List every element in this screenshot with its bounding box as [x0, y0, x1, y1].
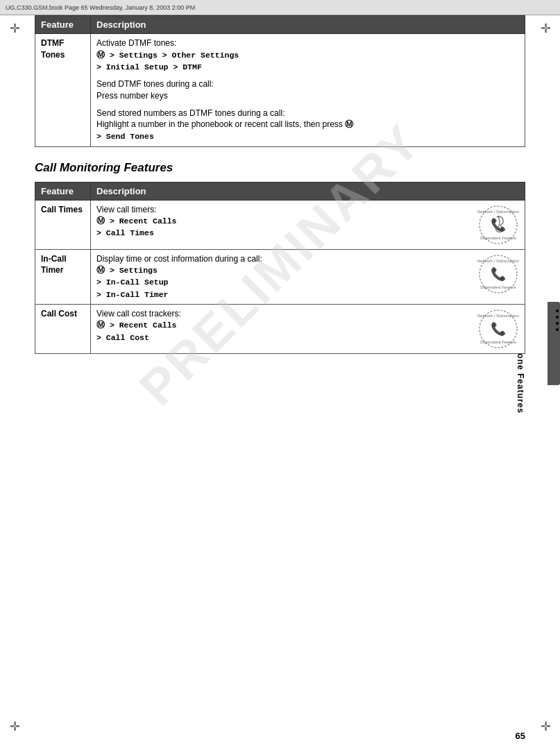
in-call-timer-feature: In-CallTimer [35, 249, 91, 304]
call-cost-description: View call cost trackers: Ⓜ > Recent Call… [91, 304, 525, 353]
call-cost-mono: Ⓜ > Recent Calls> Call Cost [96, 321, 177, 341]
dtmf-mono-3: > Send Tones [96, 132, 154, 141]
page-number: 65 [516, 731, 525, 741]
reg-mark-bl: ✛ [7, 719, 22, 734]
svg-text:📞: 📞 [491, 321, 507, 337]
dtmf-row: DTMFTones Activate DTMF tones: Ⓜ > Setti… [35, 34, 525, 147]
network-icon-call-times: Network / Subscription Dependent Feature… [477, 204, 519, 246]
in-call-timer-label: Display time or cost information during … [96, 254, 262, 264]
call-times-text: View call timers: Ⓜ > Recent Calls> Call… [96, 204, 477, 239]
dot-1 [556, 309, 559, 312]
in-call-timer-description: Display time or cost information during … [91, 249, 525, 304]
network-icon-in-call: Network / Subscription Dependent Feature… [477, 253, 519, 295]
svg-text:📞: 📞 [491, 266, 507, 282]
right-tab-dots [556, 309, 559, 331]
call-cost-feature: Call Cost [35, 304, 91, 353]
in-call-timer-mono: Ⓜ > Settings> In-Call Setup> In-Call Tim… [96, 266, 169, 298]
dtmf-mono-1: Ⓜ > Settings > Other Settings> Initial S… [96, 51, 239, 71]
cm-col2-header: Description [91, 182, 525, 200]
reg-mark-br: ✛ [538, 719, 553, 734]
svg-text:Dependent Feature: Dependent Feature [480, 285, 516, 289]
dtmf-col1-header: Feature [35, 16, 91, 34]
in-call-timer-row: In-CallTimer Display time or cost inform… [35, 249, 525, 304]
reg-mark-tl: ✛ [7, 21, 22, 36]
in-call-timer-text: Display time or cost information during … [96, 253, 477, 300]
call-times-content: View call timers: Ⓜ > Recent Calls> Call… [96, 204, 519, 246]
dot-3 [556, 322, 559, 325]
call-times-row: Call Times View call timers: Ⓜ > Recent … [35, 200, 525, 249]
dtmf-mono-2: Ⓜ [345, 120, 353, 129]
dtmf-col2-header: Description [91, 16, 525, 34]
svg-text:Dependent Feature: Dependent Feature [480, 340, 516, 344]
dtmf-desc-3: Send stored numbers as DTMF tones during… [96, 108, 519, 143]
dot-4 [556, 328, 559, 331]
dtmf-description: Activate DTMF tones: Ⓜ > Settings > Othe… [91, 34, 525, 147]
call-times-description: View call timers: Ⓜ > Recent Calls> Call… [91, 200, 525, 249]
svg-text:📞: 📞 [491, 217, 507, 232]
dtmf-feature-name: DTMFTones [35, 34, 91, 147]
header-text: UG.C330.GSM.book Page 65 Wednesday, Janu… [6, 4, 195, 11]
network-icon-call-cost: Network / Subscription Dependent Feature… [477, 308, 519, 350]
reg-mark-tr: ✛ [538, 21, 553, 36]
call-monitoring-table: Feature Description Call Times View call… [35, 182, 525, 354]
svg-text:Network / Subscription: Network / Subscription [477, 259, 519, 263]
call-cost-row: Call Cost View call cost trackers: Ⓜ > R… [35, 304, 525, 353]
dtmf-table: Feature Description DTMFTones Activate D… [35, 15, 525, 147]
svg-text:Dependent Feature: Dependent Feature [480, 236, 516, 240]
section-heading: Call Monitoring Features [35, 161, 525, 175]
header-bar: UG.C330.GSM.book Page 65 Wednesday, Janu… [0, 0, 560, 15]
svg-text:Network / Subscription: Network / Subscription [477, 210, 519, 214]
dtmf-desc-2: Send DTMF tones during a call: Press num… [96, 78, 519, 102]
page-container: UG.C330.GSM.book Page 65 Wednesday, Janu… [0, 0, 560, 755]
call-cost-content: View call cost trackers: Ⓜ > Recent Call… [96, 308, 519, 350]
svg-text:Network / Subscription: Network / Subscription [477, 314, 519, 318]
dtmf-desc-1: Activate DTMF tones: Ⓜ > Settings > Othe… [96, 37, 519, 73]
in-call-timer-content: Display time or cost information during … [96, 253, 519, 300]
call-cost-text: View call cost trackers: Ⓜ > Recent Call… [96, 308, 477, 343]
content-area: Feature Description DTMFTones Activate D… [35, 15, 525, 720]
dot-2 [556, 316, 559, 319]
call-times-mono: Ⓜ > Recent Calls> Call Times [96, 217, 177, 237]
cm-col1-header: Feature [35, 182, 91, 200]
call-times-feature: Call Times [35, 200, 91, 249]
